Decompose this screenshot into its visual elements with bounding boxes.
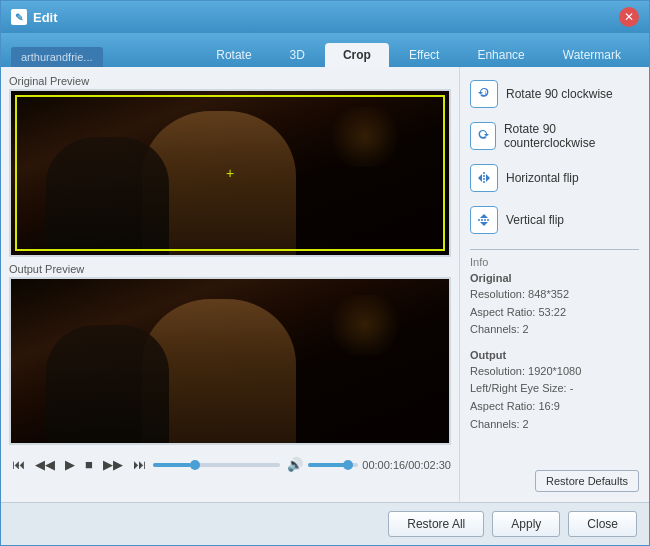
output-char2 [46, 325, 169, 443]
flip-h-label: Horizontal flip [506, 171, 579, 185]
app-icon: ✎ [11, 9, 27, 25]
progress-handle[interactable] [190, 460, 200, 470]
original-aspect: Aspect Ratio: 53:22 [470, 304, 639, 322]
volume-bar[interactable] [308, 463, 358, 467]
flip-v-icon [470, 206, 498, 234]
output-lr-size: Left/Right Eye Size: - [470, 380, 639, 398]
original-resolution: Resolution: 848*352 [470, 286, 639, 304]
svg-marker-2 [486, 174, 490, 182]
char2 [46, 137, 169, 255]
stop-button[interactable]: ■ [82, 455, 96, 474]
restore-all-button[interactable]: Restore All [388, 511, 484, 537]
output-preview-section: Output Preview [9, 263, 451, 445]
rotate-ccw-button[interactable]: Rotate 90 counterclockwise [470, 119, 639, 153]
output-info-group: Output Resolution: 1920*1080 Left/Right … [470, 349, 639, 433]
play-button[interactable]: ▶ [62, 455, 78, 474]
flip-h-icon [470, 164, 498, 192]
info-title: Info [470, 256, 639, 268]
tab-bar: arthurandfrie... Rotate 3D Crop Effect E… [1, 33, 649, 67]
crosshair-icon: + [226, 165, 234, 181]
rotate-cw-icon [470, 80, 498, 108]
rotate-cw-button[interactable]: Rotate 90 clockwise [470, 77, 639, 111]
original-info-title: Original [470, 272, 639, 284]
output-info-title: Output [470, 349, 639, 361]
original-preview-label: Original Preview [9, 75, 451, 87]
original-preview-section: Original Preview [9, 75, 451, 257]
output-aspect: Aspect Ratio: 16:9 [470, 398, 639, 416]
output-channels: Channels: 2 [470, 416, 639, 434]
close-button[interactable]: Close [568, 511, 637, 537]
tab-rotate[interactable]: Rotate [198, 43, 269, 67]
restore-defaults-button[interactable]: Restore Defaults [535, 470, 639, 492]
time-display: 00:00:16/00:02:30 [362, 459, 451, 471]
step-back-button[interactable]: ◀◀ [32, 455, 58, 474]
output-video-preview [9, 277, 451, 445]
flip-v-button[interactable]: Vertical flip [470, 203, 639, 237]
tab-3d[interactable]: 3D [272, 43, 323, 67]
volume-area: 🔊 [284, 455, 358, 474]
progress-filled [153, 463, 191, 467]
tab-effect[interactable]: Effect [391, 43, 457, 67]
right-panel: Rotate 90 clockwise Rotate 90 counterclo… [459, 67, 649, 502]
tab-enhance[interactable]: Enhance [459, 43, 542, 67]
volume-filled [308, 463, 346, 467]
output-preview-label: Output Preview [9, 263, 451, 275]
svg-marker-4 [480, 214, 488, 218]
left-panel: Original Preview [1, 67, 459, 502]
progress-bar[interactable] [153, 463, 280, 467]
rotate-ccw-icon [470, 122, 496, 150]
skip-fwd-button[interactable]: ⏭ [130, 455, 149, 474]
skip-back-button[interactable]: ⏮ [9, 455, 28, 474]
nav-tabs: Rotate 3D Crop Effect Enhance Watermark [198, 43, 639, 67]
bottom-bar: Restore All Apply Close [1, 502, 649, 545]
output-film [11, 279, 449, 443]
window-title: Edit [33, 10, 58, 25]
title-bar-left: ✎ Edit [11, 9, 58, 25]
original-channels: Channels: 2 [470, 321, 639, 339]
flip-v-label: Vertical flip [506, 213, 564, 227]
window-close-button[interactable]: ✕ [619, 7, 639, 27]
rotate-actions: Rotate 90 clockwise Rotate 90 counterclo… [470, 77, 639, 237]
light-source [325, 107, 405, 167]
original-video-preview: + [9, 89, 451, 257]
main-content: Original Preview [1, 67, 649, 502]
volume-icon[interactable]: 🔊 [284, 455, 306, 474]
tab-watermark[interactable]: Watermark [545, 43, 639, 67]
info-section: Info Original Resolution: 848*352 Aspect… [470, 249, 639, 462]
step-fwd-button[interactable]: ▶▶ [100, 455, 126, 474]
rotate-cw-label: Rotate 90 clockwise [506, 87, 613, 101]
output-film-bg [11, 279, 449, 443]
controls-bar: ⏮ ◀◀ ▶ ■ ▶▶ ⏭ 🔊 00:00:16/00:02:3 [9, 451, 451, 478]
output-light [325, 295, 405, 355]
info-divider [470, 249, 639, 250]
volume-handle[interactable] [343, 460, 353, 470]
apply-button[interactable]: Apply [492, 511, 560, 537]
svg-marker-5 [480, 222, 488, 226]
file-tab[interactable]: arthurandfrie... [11, 47, 103, 67]
title-bar: ✎ Edit ✕ [1, 1, 649, 33]
main-window: ✎ Edit ✕ arthurandfrie... Rotate 3D Crop… [0, 0, 650, 546]
original-info-group: Original Resolution: 848*352 Aspect Rati… [470, 272, 639, 339]
output-resolution: Resolution: 1920*1080 [470, 363, 639, 381]
tab-crop[interactable]: Crop [325, 43, 389, 67]
svg-marker-1 [478, 174, 482, 182]
rotate-ccw-label: Rotate 90 counterclockwise [504, 122, 639, 150]
flip-h-button[interactable]: Horizontal flip [470, 161, 639, 195]
